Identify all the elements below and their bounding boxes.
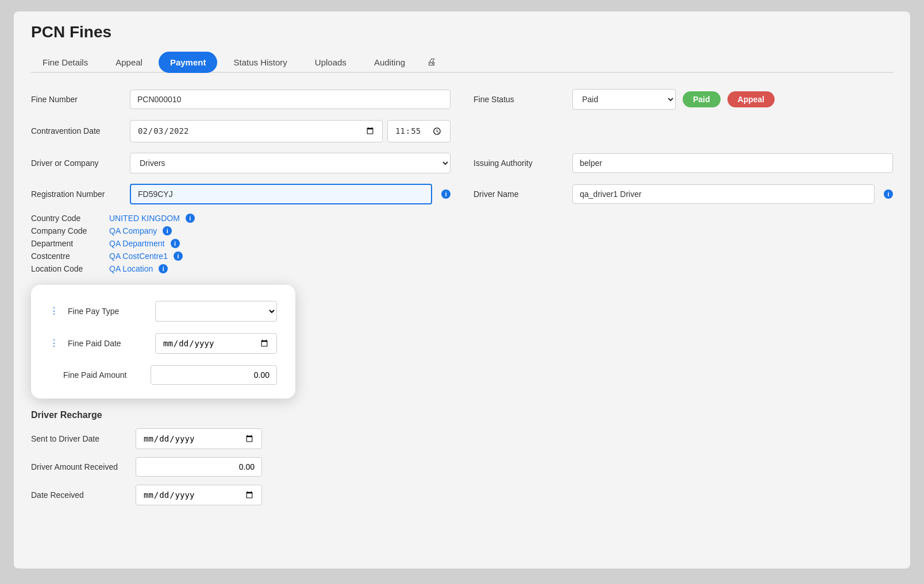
registration-number-label: Registration Number [31, 189, 123, 199]
country-code-label: Country Code [31, 214, 106, 223]
location-code-value[interactable]: QA Location [109, 264, 153, 273]
costcentre-value[interactable]: QA CostCentre1 [109, 252, 168, 261]
fine-paid-date-row: ⋮ Fine Paid Date [49, 333, 277, 354]
contravention-date-input[interactable] [130, 120, 383, 142]
tab-bar: Fine Details Appeal Payment Status Histo… [31, 52, 893, 73]
department-label: Department [31, 239, 106, 248]
contravention-date-row: Contravention Date [31, 120, 451, 142]
form-grid: Fine Number Fine Status Paid Unpaid Appe… [31, 89, 893, 204]
issuing-authority-row: Issuing Authority [473, 153, 893, 173]
company-code-label: Company Code [31, 226, 106, 235]
tab-status-history[interactable]: Status History [222, 52, 298, 73]
issuing-authority-label: Issuing Authority [473, 158, 565, 168]
date-received-row: Date Received [31, 485, 893, 505]
driver-company-select[interactable]: Drivers Company [130, 153, 451, 173]
fine-number-input[interactable] [130, 90, 451, 109]
fine-status-select[interactable]: Paid Unpaid Appeal Cancelled [572, 89, 676, 110]
fine-number-row: Fine Number [31, 89, 451, 110]
driver-amount-received-input[interactable] [136, 457, 262, 477]
driver-company-row: Driver or Company Drivers Company [31, 153, 451, 173]
tab-appeal[interactable]: Appeal [104, 52, 154, 73]
country-code-info-icon[interactable]: i [186, 214, 195, 223]
print-icon[interactable]: 🖨 [421, 52, 442, 72]
fine-status-controls: Paid Unpaid Appeal Cancelled Paid Appeal [572, 89, 775, 110]
driver-name-label: Driver Name [473, 189, 565, 199]
driver-recharge-section: Driver Recharge Sent to Driver Date Driv… [31, 410, 893, 505]
driver-name-row: Driver Name i [473, 184, 893, 204]
sent-to-driver-date-row: Sent to Driver Date [31, 428, 893, 449]
driver-name-info-icon[interactable]: i [884, 189, 893, 199]
fine-paid-amount-input[interactable] [151, 365, 277, 385]
registration-number-row: Registration Number i [31, 184, 451, 204]
driver-company-label: Driver or Company [31, 158, 123, 168]
driver-name-input[interactable] [572, 184, 875, 204]
registration-info-icon[interactable]: i [441, 189, 451, 199]
tab-payment[interactable]: Payment [159, 52, 218, 73]
meta-section: Country Code UNITED KINGDOM i Company Co… [31, 214, 893, 273]
fine-pay-type-drag-handle[interactable]: ⋮ [49, 305, 59, 316]
sent-to-driver-date-label: Sent to Driver Date [31, 434, 129, 443]
contravention-date-label: Contravention Date [31, 126, 123, 136]
company-code-row: Company Code QA Company i [31, 226, 893, 235]
location-code-label: Location Code [31, 264, 106, 273]
issuing-authority-input[interactable] [572, 153, 893, 173]
driver-amount-received-row: Driver Amount Received [31, 457, 893, 477]
fine-paid-date-drag-handle[interactable]: ⋮ [49, 338, 59, 349]
sent-to-driver-date-input[interactable] [136, 428, 262, 449]
fine-paid-date-input[interactable] [155, 333, 277, 354]
tab-fine-details[interactable]: Fine Details [31, 52, 99, 73]
driver-amount-received-label: Driver Amount Received [31, 462, 129, 471]
date-received-label: Date Received [31, 490, 129, 500]
country-code-row: Country Code UNITED KINGDOM i [31, 214, 893, 223]
fine-pay-type-label: Fine Pay Type [68, 307, 148, 316]
driver-recharge-title: Driver Recharge [31, 410, 893, 420]
datetime-group [130, 120, 451, 142]
department-info-icon[interactable]: i [171, 239, 180, 248]
date-received-input[interactable] [136, 485, 262, 505]
location-code-row: Location Code QA Location i [31, 264, 893, 273]
tab-auditing[interactable]: Auditing [363, 52, 417, 73]
fine-paid-amount-label: Fine Paid Amount [63, 370, 144, 380]
payment-card: ⋮ Fine Pay Type Cash Card Online ⋮ Fine … [31, 285, 295, 399]
fine-status-label: Fine Status [473, 95, 565, 104]
costcentre-info-icon[interactable]: i [174, 252, 183, 261]
tab-uploads[interactable]: Uploads [303, 52, 358, 73]
fine-pay-type-row: ⋮ Fine Pay Type Cash Card Online [49, 301, 277, 322]
fine-number-label: Fine Number [31, 95, 123, 104]
registration-number-input[interactable] [130, 184, 432, 204]
location-code-info-icon[interactable]: i [159, 264, 168, 273]
page-title: PCN Fines [31, 23, 893, 41]
company-code-info-icon[interactable]: i [163, 226, 172, 235]
costcentre-label: Costcentre [31, 252, 106, 261]
contravention-time-input[interactable] [387, 120, 451, 142]
country-code-value[interactable]: UNITED KINGDOM [109, 214, 180, 223]
company-code-value[interactable]: QA Company [109, 226, 157, 235]
department-value[interactable]: QA Department [109, 239, 165, 248]
costcentre-row: Costcentre QA CostCentre1 i [31, 252, 893, 261]
appeal-badge[interactable]: Appeal [727, 91, 775, 107]
fine-paid-amount-row: Fine Paid Amount [49, 365, 277, 385]
paid-badge: Paid [683, 91, 721, 107]
fine-status-row: Fine Status Paid Unpaid Appeal Cancelled… [473, 89, 893, 110]
empty-cell-1 [473, 120, 893, 142]
department-row: Department QA Department i [31, 239, 893, 248]
fine-pay-type-select[interactable]: Cash Card Online [155, 301, 277, 322]
fine-paid-date-label: Fine Paid Date [68, 339, 148, 348]
